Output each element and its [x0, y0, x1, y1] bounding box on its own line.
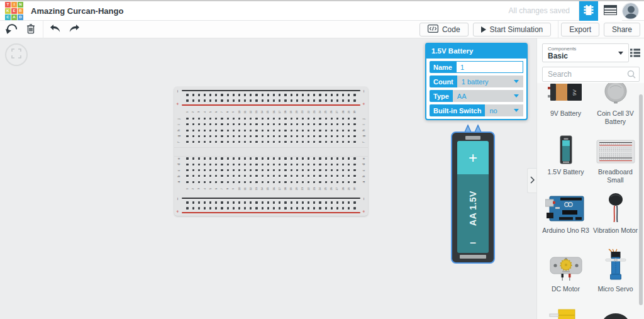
breadboard-hole[interactable] [244, 123, 246, 125]
breadboard-hole[interactable] [325, 118, 327, 120]
breadboard-hole[interactable] [284, 130, 286, 132]
breadboard-hole[interactable] [221, 207, 223, 209]
breadboard-hole[interactable] [221, 94, 223, 96]
breadboard-hole[interactable] [204, 99, 206, 101]
breadboard-hole[interactable] [221, 118, 223, 120]
breadboard-hole[interactable] [198, 130, 200, 132]
breadboard-hole[interactable] [250, 181, 252, 183]
breadboard-hole[interactable] [255, 141, 257, 143]
breadboard-hole[interactable] [221, 175, 223, 177]
breadboard-hole[interactable] [267, 201, 269, 203]
breadboard-hole[interactable] [325, 164, 327, 165]
breadboard-hole[interactable] [308, 181, 309, 183]
breadboard-hole[interactable] [313, 201, 315, 203]
breadboard-hole[interactable] [192, 201, 194, 203]
breadboard-hole[interactable] [296, 201, 298, 203]
breadboard-hole[interactable] [336, 118, 338, 120]
breadboard-hole[interactable] [348, 157, 350, 159]
breadboard-hole[interactable] [313, 141, 315, 143]
breadboard-hole[interactable] [233, 123, 235, 125]
breadboard-hole[interactable] [302, 175, 304, 177]
breadboard-hole[interactable] [331, 207, 333, 209]
breadboard-hole[interactable] [215, 169, 217, 171]
breadboard-hole[interactable] [353, 135, 355, 137]
breadboard-hole[interactable] [192, 118, 194, 120]
breadboard-hole[interactable] [227, 123, 229, 125]
breadboard-hole[interactable] [227, 130, 229, 132]
breadboard-hole[interactable] [273, 201, 275, 203]
breadboard-hole[interactable] [273, 141, 275, 143]
breadboard-hole[interactable] [273, 181, 275, 183]
breadboard-hole[interactable] [238, 123, 240, 125]
breadboard-hole[interactable] [353, 157, 355, 159]
breadboard-hole[interactable] [342, 94, 344, 96]
breadboard-hole[interactable] [308, 94, 309, 96]
breadboard-hole[interactable] [302, 130, 304, 132]
breadboard-hole[interactable] [325, 99, 327, 101]
breadboard-hole[interactable] [233, 207, 235, 209]
sidebar-collapse-handle[interactable] [527, 168, 536, 193]
start-simulation-button[interactable]: Start Simulation [473, 23, 552, 36]
component-item-dc-motor[interactable]: DC Motor [541, 250, 591, 301]
breadboard-hole[interactable] [204, 201, 206, 203]
breadboard-hole[interactable] [319, 99, 321, 101]
breadboard-hole[interactable] [296, 130, 298, 132]
breadboard-hole[interactable] [273, 135, 275, 137]
breadboard-hole[interactable] [308, 157, 309, 159]
component-item-piezo[interactable] [591, 308, 640, 319]
breadboard-hole[interactable] [348, 141, 350, 143]
breadboard-hole[interactable] [302, 123, 304, 125]
breadboard-hole[interactable] [262, 118, 264, 120]
breadboard-hole[interactable] [192, 123, 194, 125]
breadboard-hole[interactable] [331, 141, 333, 143]
breadboard-hole[interactable] [255, 181, 257, 183]
breadboard-hole[interactable] [308, 99, 309, 101]
breadboard-hole[interactable] [348, 175, 350, 177]
breadboard-hole[interactable] [273, 169, 275, 171]
breadboard-hole[interactable] [262, 135, 264, 137]
builtin-switch-select[interactable]: no [485, 104, 523, 116]
breadboard-hole[interactable] [313, 123, 315, 125]
breadboard-hole[interactable] [291, 135, 292, 137]
breadboard-hole[interactable] [325, 201, 327, 203]
breadboard-hole[interactable] [336, 164, 338, 165]
breadboard-hole[interactable] [227, 157, 229, 159]
breadboard-hole[interactable] [262, 201, 264, 203]
breadboard-hole[interactable] [302, 169, 304, 171]
breadboard-hole[interactable] [348, 118, 350, 120]
breadboard-hole[interactable] [209, 175, 211, 177]
breadboard-hole[interactable] [198, 94, 200, 96]
component-item-vibration-motor[interactable]: Vibration Motor [591, 191, 640, 242]
breadboard-hole[interactable] [313, 135, 315, 137]
breadboard-hole[interactable] [273, 130, 275, 132]
breadboard-hole[interactable] [233, 169, 235, 171]
breadboard-hole[interactable] [204, 94, 206, 96]
breadboard-hole[interactable] [192, 99, 194, 101]
breadboard-hole[interactable] [279, 169, 280, 171]
breadboard-hole[interactable] [342, 118, 344, 120]
breadboard-hole[interactable] [313, 130, 315, 132]
breadboard-hole[interactable] [336, 135, 338, 137]
breadboard-hole[interactable] [308, 135, 309, 137]
breadboard-hole[interactable] [302, 164, 304, 165]
breadboard-hole[interactable] [267, 157, 269, 159]
breadboard-hole[interactable] [331, 164, 333, 165]
breadboard-hole[interactable] [291, 169, 292, 171]
breadboard-hole[interactable] [273, 175, 275, 177]
breadboard-hole[interactable] [291, 130, 292, 132]
breadboard-hole[interactable] [192, 130, 194, 132]
breadboard-hole[interactable] [296, 141, 298, 143]
breadboard-hole[interactable] [186, 169, 188, 171]
breadboard-hole[interactable] [313, 181, 315, 183]
breadboard-hole[interactable] [198, 135, 200, 137]
breadboard-view-button[interactable] [579, 1, 598, 21]
breadboard-hole[interactable] [353, 130, 355, 132]
breadboard-hole[interactable] [204, 169, 206, 171]
breadboard-hole[interactable] [284, 135, 286, 137]
breadboard-hole[interactable] [238, 94, 240, 96]
component-item-coin-cell[interactable]: Coin Cell 3V Battery [591, 83, 640, 125]
breadboard-hole[interactable] [308, 207, 309, 209]
breadboard-hole[interactable] [233, 201, 235, 203]
breadboard-hole[interactable] [291, 164, 292, 165]
breadboard-hole[interactable] [215, 181, 217, 183]
